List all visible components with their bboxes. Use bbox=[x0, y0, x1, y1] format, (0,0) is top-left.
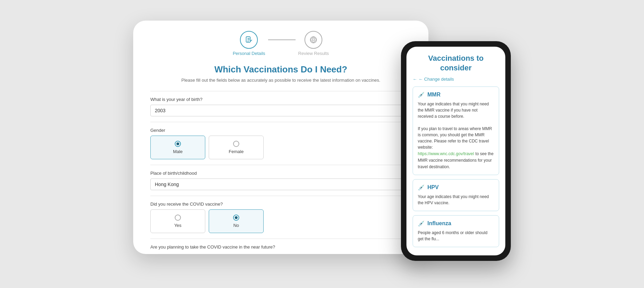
gender-female-label: Female bbox=[229, 149, 243, 154]
back-arrow-icon: ← bbox=[413, 77, 417, 82]
step-connector bbox=[268, 39, 296, 40]
hpv-vaccine-name: 💉 HPV bbox=[418, 184, 494, 191]
phone-title: Vaccinations to consider bbox=[413, 54, 499, 73]
stepper: Personal Details Review Results bbox=[150, 31, 411, 56]
scene: Personal Details Review Results Which Va… bbox=[133, 21, 511, 268]
tablet-device: Personal Details Review Results Which Va… bbox=[133, 21, 428, 254]
influenza-vaccine-card: 💉 Influenza People aged 6 months or olde… bbox=[413, 215, 499, 247]
mmr-vaccine-card: 💉 MMR Your age indicates that you might … bbox=[413, 87, 499, 175]
gender-section: Gender Male Female bbox=[150, 122, 411, 159]
birth-year-section: What is your year of birth? 2003 1990 19… bbox=[150, 91, 411, 116]
change-details-link[interactable]: ← ← Change details bbox=[413, 77, 499, 82]
gender-label: Gender bbox=[150, 128, 411, 133]
covid-no-label: No bbox=[233, 223, 239, 228]
step-1-circle bbox=[240, 31, 258, 49]
hpv-icon: 💉 bbox=[418, 184, 425, 191]
place-select[interactable]: Hong Kong United States United Kingdom C… bbox=[150, 178, 411, 190]
mmr-desc-1: Your age indicates that you might need t… bbox=[418, 101, 494, 119]
step-2-circle bbox=[304, 31, 322, 49]
gender-male-option[interactable]: Male bbox=[150, 136, 205, 159]
covid-yes-option[interactable]: Yes bbox=[150, 209, 205, 233]
covid-no-dot bbox=[233, 215, 239, 221]
influenza-icon: 💉 bbox=[418, 220, 425, 227]
mmr-label: MMR bbox=[427, 92, 440, 98]
hpv-label: HPV bbox=[427, 184, 439, 191]
mmr-icon: 💉 bbox=[418, 92, 425, 98]
mmr-desc-2: If you plan to travel to areas where MMR… bbox=[418, 126, 494, 150]
future-covid-label: Are you planning to take the COVID vacci… bbox=[150, 244, 411, 250]
covid-yes-label: Yes bbox=[174, 223, 181, 228]
gender-female-option[interactable]: Female bbox=[209, 136, 264, 159]
svg-point-5 bbox=[312, 39, 314, 41]
gender-male-label: Male bbox=[173, 149, 183, 154]
phone-screen: Vaccinations to consider ← ← Change deta… bbox=[406, 47, 505, 255]
step-1-label: Personal Details bbox=[233, 51, 265, 56]
influenza-vaccine-name: 💉 Influenza bbox=[418, 220, 494, 227]
hpv-vaccine-card: 💉 HPV Your age indicates that you might … bbox=[413, 179, 499, 211]
covid-section: Did you receive the COVID vaccine? Yes N… bbox=[150, 196, 411, 233]
page-subtitle: Please fill out the fields below as accu… bbox=[150, 78, 411, 83]
future-covid-section: Are you planning to take the COVID vacci… bbox=[150, 239, 411, 250]
svg-point-4 bbox=[310, 37, 317, 43]
birth-year-select[interactable]: 2003 1990 1995 2000 2005 2010 bbox=[150, 105, 411, 116]
phone-content[interactable]: Vaccinations to consider ← ← Change deta… bbox=[406, 47, 505, 255]
covid-yes-dot bbox=[175, 215, 181, 221]
mmr-vaccine-name: 💉 MMR bbox=[418, 92, 494, 98]
step-review-results[interactable]: Review Results bbox=[298, 31, 329, 56]
birth-year-label: What is your year of birth? bbox=[150, 97, 411, 102]
place-label: Place of birth/childhood bbox=[150, 171, 411, 176]
gender-female-dot bbox=[233, 141, 239, 147]
hpv-desc-1: Your age indicates that you might need t… bbox=[418, 194, 494, 206]
mmr-cdc-link[interactable]: https://www.wnc.cdc.gov/travel bbox=[418, 151, 474, 156]
gender-radio-group: Male Female bbox=[150, 136, 411, 159]
change-details-label: ← Change details bbox=[418, 77, 454, 82]
covid-no-option[interactable]: No bbox=[209, 209, 264, 233]
page-title: Which Vaccinations Do I Need? bbox=[150, 64, 411, 75]
gender-male-dot bbox=[175, 141, 181, 147]
influenza-desc-1: People aged 6 months or older should get… bbox=[418, 230, 494, 242]
step-personal-details[interactable]: Personal Details bbox=[233, 31, 265, 56]
step-2-label: Review Results bbox=[298, 51, 329, 56]
influenza-label: Influenza bbox=[427, 220, 451, 227]
phone-device: Vaccinations to consider ← ← Change deta… bbox=[401, 41, 511, 261]
place-section: Place of birth/childhood Hong Kong Unite… bbox=[150, 165, 411, 190]
covid-label: Did you receive the COVID vaccine? bbox=[150, 201, 411, 207]
covid-radio-group: Yes No bbox=[150, 209, 411, 233]
